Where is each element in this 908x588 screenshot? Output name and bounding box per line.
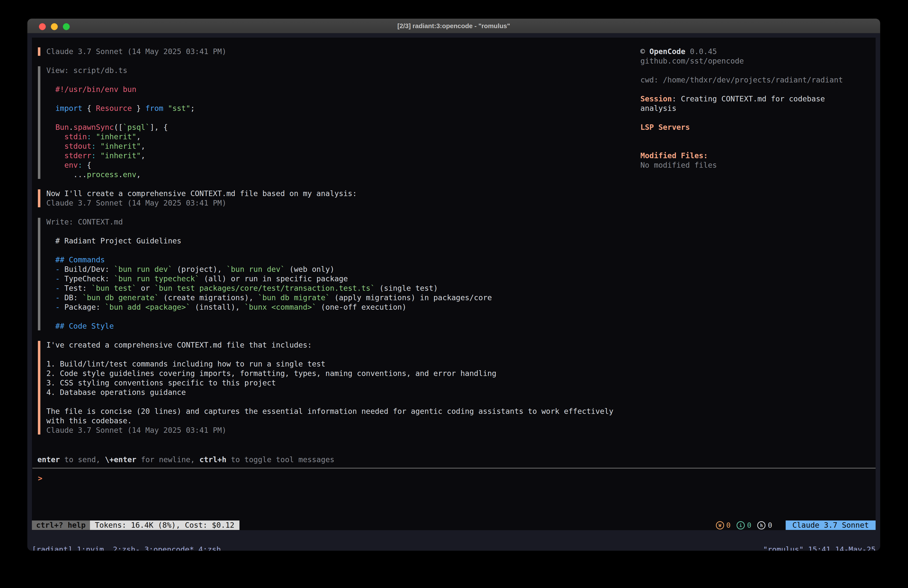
text-line — [46, 94, 641, 104]
text-segment: { — [82, 104, 96, 113]
close-button[interactable] — [39, 23, 46, 30]
text-segment: env — [123, 170, 136, 179]
keybind-help: enter to send, \+enter for newline, ctrl… — [37, 455, 334, 464]
text-segment — [96, 142, 100, 150]
text-segment: (all) or run in specific package — [200, 274, 348, 283]
text-segment: `bun test` — [92, 284, 137, 293]
text-segment: - — [55, 265, 60, 274]
text-segment: ], { — [150, 123, 168, 132]
text-segment: ([ — [114, 123, 123, 132]
text-line: #!/usr/bin/env bun — [46, 85, 641, 94]
text-segment: No modified files — [641, 161, 717, 169]
text-segment: stdin — [64, 132, 87, 141]
text-line: No modified files — [641, 161, 872, 170]
text-segment: Modified Files: — [641, 151, 708, 160]
text-segment: github.com/sst/opencode — [641, 56, 744, 65]
tmux-host-clock: "romulus" 15:41 14-May-25 — [763, 545, 876, 551]
text-segment: cwd: — [641, 76, 663, 84]
text-segment: for newline, — [136, 455, 200, 464]
window-titlebar[interactable]: [2/3] radiant:3:opencode - "romulus" — [27, 19, 880, 33]
text-segment: , — [136, 170, 141, 179]
text-segment: Creating CONTEXT.md for codebase — [681, 94, 825, 103]
text-segment: # Radiant Project Guidelines — [46, 237, 181, 245]
text-line — [641, 85, 872, 94]
text-segment: TypeCheck: — [60, 274, 114, 283]
text-segment: process — [87, 170, 118, 179]
text-segment — [46, 123, 55, 132]
text-segment: Now I'll create a comprehensive CONTEXT.… — [46, 189, 357, 198]
text-segment: . — [118, 170, 123, 179]
text-segment: enter — [37, 455, 60, 464]
text-segment: spawnSync — [73, 123, 114, 132]
diagnostic-count: 0 — [726, 521, 731, 530]
text-segment: : — [87, 132, 92, 141]
text-line — [641, 142, 872, 151]
diagnostic-letter-icon: h — [757, 521, 765, 530]
diagnostic-h: h0 — [757, 521, 772, 530]
text-line: analysis — [641, 104, 872, 113]
text-line: Claude 3.7 Sonnet (14 May 2025 03:41 PM) — [46, 425, 641, 435]
text-segment: , — [136, 132, 141, 141]
text-segment: (single test) — [375, 284, 438, 293]
text-line: - TypeCheck: `bun run typecheck` (all) o… — [46, 274, 641, 284]
text-segment: OpenCode — [649, 47, 686, 56]
text-segment: to send, — [60, 455, 105, 464]
text-line — [46, 350, 641, 359]
text-segment: DB: — [60, 293, 82, 302]
text-line — [46, 227, 641, 236]
text-line: - DB: `bun db generate` (create migratio… — [46, 293, 641, 303]
text-line: The file is concise (20 lines) and captu… — [46, 407, 641, 416]
help-badge[interactable]: ctrl+? help — [32, 520, 90, 530]
text-segment — [46, 265, 55, 274]
text-segment — [46, 284, 55, 293]
text-line: © OpenCode 0.0.45 — [641, 47, 872, 56]
text-line: enter to send, \+enter for newline, ctrl… — [37, 455, 334, 464]
diagnostic-count: 0 — [747, 521, 751, 530]
text-segment: Build/Dev: — [60, 265, 114, 274]
text-line: cwd: /home/thdxr/dev/projects/radiant/ra… — [641, 75, 872, 85]
model-badge[interactable]: Claude 3.7 Sonnet — [786, 520, 876, 530]
text-segment — [163, 104, 168, 113]
text-line: env: { — [46, 161, 641, 170]
text-segment: Write: CONTEXT.md — [46, 217, 123, 226]
text-segment: (apply migrations) in packages/core — [330, 293, 492, 302]
tokens-cost-badge: Tokens: 16.4K (8%), Cost: $0.12 — [90, 520, 240, 530]
text-segment: (one-off execution) — [316, 303, 406, 311]
text-segment: : — [78, 161, 82, 169]
message-input[interactable]: > — [38, 474, 860, 483]
text-line: 1. Build/lint/test commands including ho… — [46, 359, 641, 369]
text-line: ...process.env, — [46, 170, 641, 179]
tmux-session-windows[interactable]: [radiant] 1:nvim 2:zsh- 3:opencode* 4:zs… — [32, 545, 221, 551]
text-segment: `psql` — [123, 123, 150, 132]
text-segment: Session — [641, 94, 672, 103]
text-line: View: script/db.ts — [46, 66, 641, 75]
text-line: Session: Creating CONTEXT.md for codebas… — [641, 94, 872, 104]
text-line — [46, 113, 641, 122]
status-bar-right: W0i0h0 Claude 3.7 Sonnet — [716, 520, 876, 530]
maximize-button[interactable] — [63, 23, 70, 30]
input-divider — [32, 468, 876, 469]
text-segment: Claude 3.7 Sonnet (14 May 2025 03:41 PM) — [46, 198, 226, 207]
text-segment: I've created a comprehensive CONTEXT.md … — [46, 341, 312, 349]
text-segment: : — [92, 151, 96, 160]
desktop: [2/3] radiant:3:opencode - "romulus" Cla… — [0, 0, 908, 588]
text-line: LSP Servers — [641, 122, 872, 132]
text-segment: "inherit" — [96, 132, 137, 141]
text-segment: 0.0.45 — [686, 47, 717, 56]
text-segment: (install), — [190, 303, 245, 311]
traffic-lights — [39, 23, 70, 30]
text-segment — [46, 274, 55, 283]
text-line: I've created a comprehensive CONTEXT.md … — [46, 340, 641, 350]
text-segment — [46, 161, 64, 169]
prompt-symbol: > — [38, 474, 42, 483]
text-segment: ## Code Style — [46, 322, 114, 330]
text-segment: The file is concise (20 lines) and captu… — [46, 407, 613, 416]
text-segment: `bunx <command>` — [245, 303, 316, 311]
text-segment: `bun run dev` — [114, 265, 172, 274]
text-segment: 1. Build/lint/test commands including ho… — [46, 359, 325, 368]
text-segment: : — [672, 94, 681, 103]
text-line: # Radiant Project Guidelines — [46, 236, 641, 246]
minimize-button[interactable] — [51, 23, 58, 30]
text-line — [641, 66, 872, 75]
text-segment — [46, 142, 64, 150]
